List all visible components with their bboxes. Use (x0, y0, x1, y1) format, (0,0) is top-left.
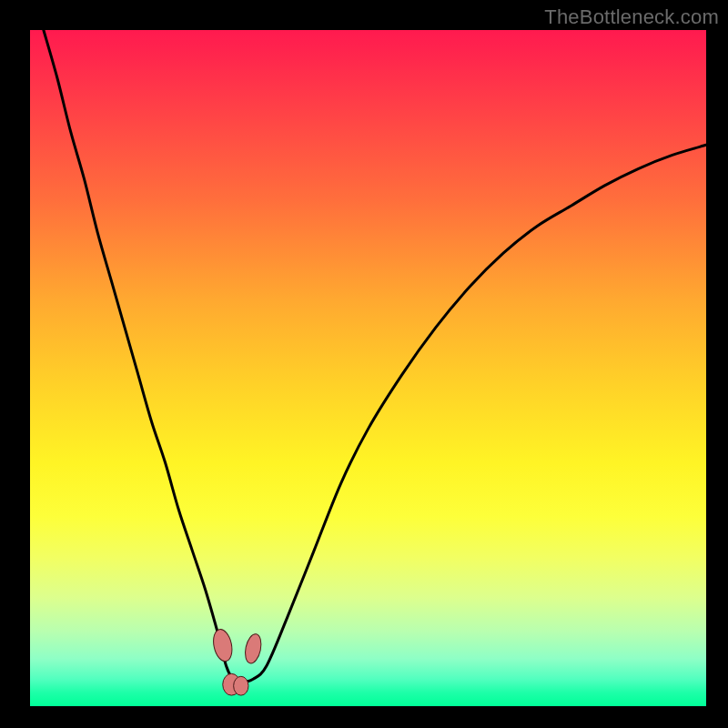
watermark-text: TheBottleneck.com (544, 5, 719, 29)
bottleneck-curve (44, 30, 706, 682)
curve-layer (30, 30, 706, 706)
marker-left-knee (211, 628, 235, 663)
marker-right-knee (243, 632, 264, 664)
marker-floor-2 (234, 676, 248, 695)
outer-frame: TheBottleneck.com (0, 0, 728, 728)
markers (211, 628, 264, 695)
plot-area (30, 30, 706, 706)
